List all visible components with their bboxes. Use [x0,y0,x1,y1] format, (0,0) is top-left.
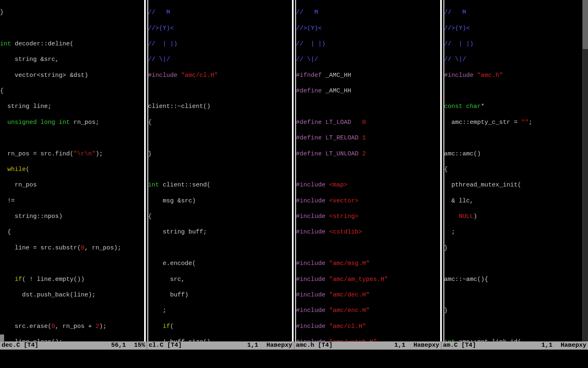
cursor-icon [0,334,4,342]
vertical-split-1[interactable] [144,0,148,341]
scrollbar[interactable] [582,0,588,341]
status-position: 1,1 [239,341,266,349]
status-percent: Наверху [414,341,439,349]
status-file: dec.C [T4] [2,341,38,349]
status-segment-4: am.C [T4] 1,1 Наверху [441,341,588,350]
status-segment-3: amc.h [T4] 1,1 Наверху [294,341,441,350]
status-file: amc.h [T4] [296,341,333,349]
pane-4[interactable]: // M //>(Y)< // | |) // \|/ #include "am… [444,0,588,341]
editor-splits: } int decoder::deline( string &src, vect… [0,0,588,341]
status-position: 1,1 [533,341,561,349]
status-percent: Наверху [266,341,292,349]
status-segment-2: cl.C [T4] 1,1 Наверху [147,341,294,350]
code-line: } [0,9,144,16]
status-percent: Наверху [561,341,586,349]
pane-3[interactable]: // M //>(Y)< // | |) // \|/ #ifndef _AMC… [296,0,440,341]
status-percent: 15% [134,341,145,349]
pane-1[interactable]: } int decoder::deline( string &src, vect… [0,0,144,341]
vertical-split-3[interactable] [440,0,444,341]
status-segment-1: dec.C [T4] 56,1 15% [0,341,147,350]
status-position: 1,1 [386,341,414,349]
pane-2[interactable]: // M //>(Y)< // | |) // \|/ #include "am… [148,0,292,341]
vertical-split-2[interactable] [292,0,296,341]
status-file: am.C [T4] [443,341,476,349]
scrollbar-thumb[interactable] [583,0,588,49]
status-position: 56,1 [103,341,134,349]
status-bar: dec.C [T4] 56,1 15% cl.C [T4] 1,1 Наверх… [0,341,588,350]
status-file: cl.C [T4] [149,341,182,349]
